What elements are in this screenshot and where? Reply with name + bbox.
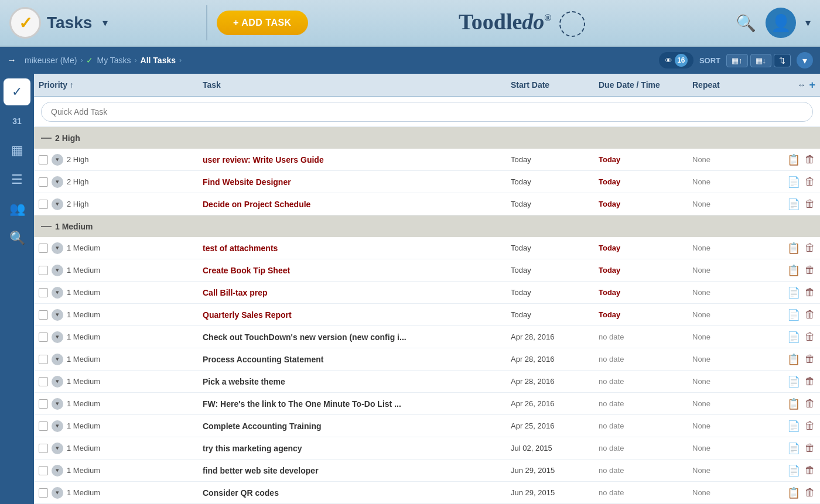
sidebar-item-search[interactable]: 🔍	[4, 225, 30, 252]
task-checkbox[interactable]	[39, 466, 48, 475]
task-checkbox[interactable]	[39, 421, 48, 431]
breadcrumb-user[interactable]: mikeuser (Me)	[25, 56, 77, 65]
task-name[interactable]: Decide on Project Schedule	[203, 200, 511, 209]
note-icon[interactable]: 📄	[787, 308, 800, 321]
task-name[interactable]: Create Book Tip Sheet	[203, 266, 511, 275]
task-name[interactable]: Consider QR codes	[203, 488, 511, 498]
sort-btn-1[interactable]: ▦↑	[726, 54, 748, 67]
task-expand-icon[interactable]: ▾	[52, 376, 63, 388]
expand-button[interactable]: ▾	[797, 52, 813, 68]
header-search-icon[interactable]: 🔍	[736, 13, 756, 33]
task-checkbox[interactable]	[39, 332, 48, 342]
note-icon[interactable]: 📋	[787, 486, 800, 499]
task-checkbox[interactable]	[39, 444, 48, 453]
pin-icon[interactable]: →	[7, 55, 16, 66]
col-arrows-icon[interactable]: ↔	[797, 80, 805, 90]
task-expand-icon[interactable]: ▾	[52, 309, 63, 321]
sidebar-item-people[interactable]: 👥	[4, 196, 30, 222]
delete-icon[interactable]: 🗑	[805, 198, 815, 210]
note-icon[interactable]: 📄	[787, 331, 800, 344]
task-expand-icon[interactable]: ▾	[52, 198, 63, 210]
task-checkbox[interactable]	[39, 200, 48, 209]
sidebar-item-grid[interactable]: ▦	[4, 137, 30, 164]
note-icon[interactable]: 📄	[787, 442, 800, 455]
task-expand-icon[interactable]: ▾	[52, 331, 63, 343]
delete-icon[interactable]: 🗑	[805, 464, 815, 476]
delete-icon[interactable]: 🗑	[805, 264, 815, 276]
task-checkbox[interactable]	[39, 488, 48, 498]
task-name[interactable]: try this marketing agency	[203, 444, 511, 453]
note-icon[interactable]: 📄	[787, 176, 800, 188]
note-icon[interactable]: 📄	[787, 375, 800, 388]
task-expand-icon[interactable]: ▾	[52, 154, 63, 166]
sort-btn-3[interactable]: ⇅	[774, 54, 791, 67]
delete-icon[interactable]: 🗑	[805, 308, 815, 321]
task-name[interactable]: find better web site developer	[203, 466, 511, 475]
task-name[interactable]: Pick a website theme	[203, 377, 511, 386]
delete-icon[interactable]: 🗑	[805, 153, 815, 166]
delete-icon[interactable]: 🗑	[805, 176, 815, 188]
task-expand-icon[interactable]: ▾	[52, 176, 63, 188]
task-expand-icon[interactable]: ▾	[52, 242, 63, 254]
task-expand-icon[interactable]: ▾	[52, 354, 63, 365]
task-checkbox[interactable]	[39, 155, 48, 164]
task-checkbox[interactable]	[39, 266, 48, 275]
task-name[interactable]: Complete Accounting Training	[203, 421, 511, 431]
task-name[interactable]: FW: Here's the link to The One Minute To…	[203, 399, 511, 409]
task-expand-icon[interactable]: ▾	[52, 265, 63, 276]
sidebar-item-tasks[interactable]: ✓	[4, 78, 30, 105]
task-name[interactable]: user review: Write Users Guide	[203, 155, 511, 164]
priority-value: 1 Medium	[67, 421, 100, 430]
task-checkbox[interactable]	[39, 288, 48, 297]
tasks-dropdown-arrow[interactable]: ▾	[102, 16, 108, 29]
task-checkbox[interactable]	[39, 310, 48, 320]
note-icon[interactable]: 📋	[787, 353, 800, 366]
delete-icon[interactable]: 🗑	[805, 331, 815, 343]
note-icon[interactable]: 📋	[787, 242, 800, 255]
task-expand-icon[interactable]: ▾	[52, 443, 63, 454]
task-name[interactable]: Call Bill-tax prep	[203, 288, 511, 297]
col-add-icon[interactable]: +	[809, 79, 815, 91]
sidebar-item-calendar[interactable]: 31	[4, 108, 30, 135]
task-expand-icon[interactable]: ▾	[52, 465, 63, 476]
task-expand-icon[interactable]: ▾	[52, 398, 63, 410]
task-checkbox[interactable]	[39, 399, 48, 409]
quick-add-input[interactable]	[41, 102, 813, 122]
task-checkbox[interactable]	[39, 377, 48, 386]
task-checkbox[interactable]	[39, 355, 48, 364]
delete-icon[interactable]: 🗑	[805, 242, 815, 254]
delete-icon[interactable]: 🗑	[805, 442, 815, 454]
note-icon[interactable]: 📋	[787, 397, 800, 410]
add-task-button[interactable]: + ADD TASK	[217, 11, 308, 35]
breadcrumb-all-tasks[interactable]: All Tasks	[141, 56, 176, 65]
delete-icon[interactable]: 🗑	[805, 375, 815, 388]
task-name[interactable]: Process Accounting Statement	[203, 355, 511, 364]
sort-btn-2[interactable]: ▦↓	[750, 54, 772, 67]
user-avatar[interactable]: 👤	[766, 8, 796, 38]
note-icon[interactable]: 📄	[787, 198, 800, 211]
task-checkbox[interactable]	[39, 177, 48, 187]
task-name[interactable]: Find Website Designer	[203, 177, 511, 187]
task-name[interactable]: Check out TouchDown's new version (new c…	[203, 332, 511, 342]
note-icon[interactable]: 📋	[787, 153, 800, 166]
task-checkbox[interactable]	[39, 244, 48, 253]
task-expand-icon[interactable]: ▾	[52, 420, 63, 432]
delete-icon[interactable]: 🗑	[805, 486, 815, 499]
delete-icon[interactable]: 🗑	[805, 353, 815, 365]
user-dropdown-arrow[interactable]: ▾	[805, 16, 811, 29]
task-name[interactable]: test of attachments	[203, 244, 511, 253]
delete-icon[interactable]: 🗑	[805, 286, 815, 299]
delete-icon[interactable]: 🗑	[805, 420, 815, 432]
note-icon[interactable]: 📄	[787, 420, 800, 433]
sidebar-item-list[interactable]: ☰	[4, 166, 30, 193]
note-icon[interactable]: 📋	[787, 264, 800, 277]
task-name[interactable]: Quarterly Sales Report	[203, 310, 511, 320]
note-icon[interactable]: 📄	[787, 286, 800, 299]
task-expand-icon[interactable]: ▾	[52, 487, 63, 499]
note-icon[interactable]: 📄	[787, 464, 800, 477]
delete-icon[interactable]: 🗑	[805, 397, 815, 410]
task-expand-icon[interactable]: ▾	[52, 287, 63, 299]
breadcrumb-my-tasks[interactable]: My Tasks	[97, 56, 131, 65]
app-logo-circle[interactable]: ✓	[9, 7, 41, 39]
calendar-icon: 31	[12, 116, 22, 126]
